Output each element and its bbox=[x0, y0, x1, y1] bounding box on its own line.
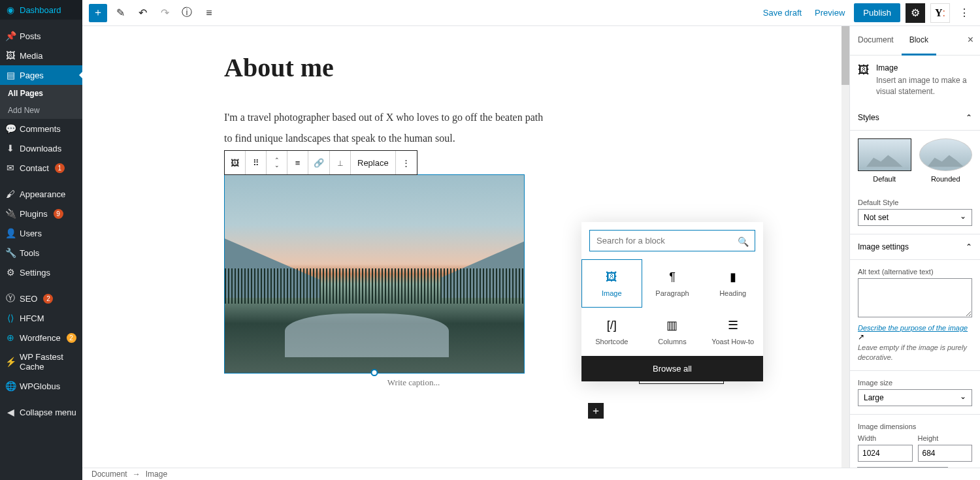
media-icon: 🖼 bbox=[5, 50, 16, 61]
menu-tools[interactable]: 🔧Tools bbox=[0, 243, 82, 263]
submenu-add-new[interactable]: Add New bbox=[0, 102, 82, 119]
seo-badge: 2 bbox=[43, 294, 53, 304]
inserter-heading[interactable]: ▮Heading bbox=[702, 259, 763, 308]
block-more-button[interactable]: ⋮ bbox=[396, 151, 417, 174]
inserter-columns[interactable]: ▥Columns bbox=[642, 308, 703, 356]
add-block-button[interactable]: ＋ bbox=[89, 4, 107, 22]
external-icon: ↗ bbox=[858, 332, 864, 342]
replace-button[interactable]: Replace bbox=[351, 151, 396, 174]
save-draft-button[interactable]: Save draft bbox=[759, 5, 806, 20]
breadcrumb-document[interactable]: Document bbox=[91, 470, 127, 479]
chevron-up-icon: ⌃ bbox=[966, 113, 972, 122]
inline-add-block-button[interactable]: ＋ bbox=[588, 403, 604, 419]
width-input[interactable] bbox=[858, 445, 913, 462]
move-buttons[interactable]: ⌃⌄ bbox=[267, 151, 287, 174]
pin-icon: 📌 bbox=[5, 31, 16, 41]
describe-purpose-link[interactable]: Describe the purpose of the image bbox=[858, 324, 968, 332]
menu-hfcm[interactable]: ⟨⟩HFCM bbox=[0, 308, 82, 328]
default-style-select[interactable]: Not set bbox=[858, 209, 972, 226]
browse-all-button[interactable]: Browse all bbox=[581, 356, 763, 381]
align-button[interactable]: ≡ bbox=[287, 151, 308, 174]
menu-posts[interactable]: 📌Posts bbox=[0, 26, 82, 46]
sliders-icon: ⚙ bbox=[5, 267, 16, 278]
block-inserter-popover: 🔍 🖼Image ¶Paragraph ▮Heading [/]Shortcod… bbox=[581, 222, 763, 381]
inserter-shortcode[interactable]: [/]Shortcode bbox=[581, 308, 642, 356]
style-option-rounded[interactable]: Rounded bbox=[919, 138, 973, 183]
default-style-label: Default Style bbox=[858, 199, 972, 206]
list-icon: ☰ bbox=[728, 318, 738, 332]
image-settings-header[interactable]: Image settings⌃ bbox=[850, 234, 980, 260]
contact-badge: 1 bbox=[55, 163, 65, 173]
block-type-button[interactable]: 🖼 bbox=[225, 151, 246, 174]
paragraph-line-2[interactable]: to find unique landscapes that speak to … bbox=[224, 130, 603, 147]
more-options-button[interactable]: ⋮ bbox=[955, 4, 973, 22]
publish-button[interactable]: Publish bbox=[854, 3, 900, 22]
shield-icon: ⊕ bbox=[5, 332, 16, 343]
style-option-default[interactable]: Default bbox=[858, 138, 911, 183]
comment-icon: 💬 bbox=[5, 123, 16, 134]
height-input[interactable] bbox=[918, 445, 973, 462]
alt-text-input[interactable] bbox=[858, 278, 972, 317]
breadcrumb-image[interactable]: Image bbox=[146, 470, 167, 479]
menu-appearance[interactable]: 🖌Appearance bbox=[0, 184, 82, 204]
menu-downloads[interactable]: ⬇Downloads bbox=[0, 138, 82, 158]
outline-button[interactable]: ≡ bbox=[200, 4, 218, 22]
tab-block[interactable]: Block bbox=[902, 26, 936, 56]
info-button[interactable]: ⓘ bbox=[178, 4, 196, 22]
settings-sidebar: Document Block × 🖼 Image Insert an image… bbox=[849, 26, 980, 468]
dashboard-icon: ◉ bbox=[5, 5, 16, 15]
redo-button[interactable]: ↷ bbox=[155, 4, 174, 22]
inserter-image[interactable]: 🖼Image bbox=[581, 259, 642, 308]
block-search-input[interactable] bbox=[589, 230, 755, 251]
inserter-paragraph[interactable]: ¶Paragraph bbox=[642, 259, 703, 308]
shortcode-icon: [/] bbox=[607, 319, 617, 332]
tab-document[interactable]: Document bbox=[850, 26, 902, 55]
menu-comments[interactable]: 💬Comments bbox=[0, 119, 82, 138]
menu-media[interactable]: 🖼Media bbox=[0, 46, 82, 65]
menu-settings[interactable]: ⚙Settings bbox=[0, 263, 82, 282]
menu-dashboard[interactable]: ◉Dashboard bbox=[0, 0, 82, 20]
drag-handle[interactable]: ⠿ bbox=[246, 151, 267, 174]
yoast-button[interactable]: Y: bbox=[930, 3, 950, 23]
collapse-menu[interactable]: ◀Collapse menu bbox=[0, 402, 82, 422]
menu-pages[interactable]: ▤Pages bbox=[0, 65, 82, 85]
preview-button[interactable]: Preview bbox=[811, 5, 849, 20]
editor-top-toolbar: ＋ ✎ ↶ ↷ ⓘ ≡ Save draft Preview Publish ⚙… bbox=[82, 0, 980, 26]
settings-toggle-button[interactable]: ⚙ bbox=[906, 3, 925, 23]
admin-sidebar: ◉Dashboard 📌Posts 🖼Media ▤Pages All Page… bbox=[0, 0, 82, 480]
image-block-toolbar: 🖼 ⠿ ⌃⌄ ≡ 🔗 ⟂ Replace ⋮ bbox=[224, 150, 417, 175]
caption-input[interactable]: Write caption... bbox=[224, 377, 603, 388]
heading-icon: ▮ bbox=[730, 270, 736, 284]
page-title[interactable]: About me bbox=[224, 52, 603, 83]
submenu-all-pages[interactable]: All Pages bbox=[0, 85, 82, 102]
close-sidebar-button[interactable]: × bbox=[968, 34, 973, 46]
menu-wpglobus[interactable]: 🌐WPGlobus bbox=[0, 376, 82, 396]
link-button[interactable]: 🔗 bbox=[308, 151, 330, 174]
image-block[interactable] bbox=[224, 174, 525, 374]
paragraph-icon: ¶ bbox=[669, 270, 676, 284]
cache-icon: ⚡ bbox=[5, 357, 16, 367]
styles-panel-header[interactable]: Styles⌃ bbox=[850, 105, 980, 131]
canvas-scrollbar[interactable] bbox=[841, 26, 849, 468]
paragraph-line-1[interactable]: I'm a travel photographer based out of X… bbox=[224, 109, 603, 126]
undo-button[interactable]: ↶ bbox=[133, 4, 152, 22]
block-type-name: Image bbox=[876, 63, 972, 72]
block-type-desc: Insert an image to make a visual stateme… bbox=[876, 75, 972, 97]
image-size-select[interactable]: Large bbox=[858, 389, 972, 406]
menu-wp-fastest-cache[interactable]: ⚡WP Fastest Cache bbox=[0, 347, 82, 376]
inserter-yoast-howto[interactable]: ☰Yoast How-to bbox=[702, 308, 763, 356]
user-icon: 👤 bbox=[5, 228, 16, 238]
collapse-icon: ◀ bbox=[5, 407, 16, 417]
menu-users[interactable]: 👤Users bbox=[0, 223, 82, 243]
dimensions-label: Image dimensions bbox=[858, 423, 972, 430]
resize-handle[interactable] bbox=[371, 369, 378, 376]
menu-plugins[interactable]: 🔌Plugins9 bbox=[0, 204, 82, 223]
seo-icon: Ⓨ bbox=[5, 293, 16, 304]
crop-button[interactable]: ⟂ bbox=[330, 151, 351, 174]
menu-seo[interactable]: ⓎSEO2 bbox=[0, 289, 82, 308]
menu-contact[interactable]: ✉Contact1 bbox=[0, 158, 82, 178]
code-icon: ⟨⟩ bbox=[5, 313, 16, 323]
breadcrumb-arrow: → bbox=[133, 470, 140, 479]
edit-mode-button[interactable]: ✎ bbox=[111, 4, 129, 22]
menu-wordfence[interactable]: ⊕Wordfence2 bbox=[0, 328, 82, 347]
